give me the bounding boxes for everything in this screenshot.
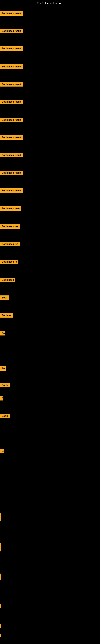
bottleneck-badge-23: Bottle (0, 414, 10, 419)
bottleneck-badge-14: Bottleneck re (0, 260, 18, 265)
badge-label-25: Bo (0, 449, 4, 453)
badge-label-5: Bottleneck result (0, 100, 23, 104)
bottleneck-badge-9: Bottleneck result (0, 171, 23, 176)
badge-label-4: Bottleneck result (0, 82, 23, 86)
badge-label-18: Bo (0, 331, 5, 336)
bottleneck-badge-15: Bottleneck (0, 278, 15, 283)
badge-label-13: Bottleneck res (0, 242, 20, 246)
badge-label-0: Bottleneck result (0, 11, 23, 16)
badge-label-14: Bottleneck re (0, 260, 18, 264)
bottleneck-badge-3: Bottleneck result (0, 64, 23, 70)
bottleneck-badge-7: Bottleneck result (0, 135, 23, 140)
bottleneck-badge-22: B (0, 396, 3, 401)
bottleneck-badge-20: Bot (0, 366, 6, 372)
bottleneck-badge-4: Bottleneck result (0, 82, 23, 87)
bottleneck-badge-12: Bottleneck res (0, 224, 20, 230)
bottleneck-badge-21: Bottle (0, 383, 10, 388)
bottleneck-badge-18: Bo (0, 331, 5, 336)
badge-label-7: Bottleneck result (0, 135, 23, 140)
badge-label-10: Bottleneck result (0, 188, 23, 193)
badge-label-1: Bottleneck result (0, 29, 23, 33)
vertical-bar-5 (0, 634, 1, 637)
site-title: TheBottlenecker.com (0, 0, 100, 6)
badge-label-9: Bottleneck result (0, 171, 23, 175)
badge-label-16: Bottl (0, 296, 9, 300)
bottleneck-badge-2: Bottleneck result (0, 46, 23, 52)
bottleneck-badge-8: Bottleneck result (0, 153, 23, 158)
bottleneck-badge-11: Bottleneck resu (0, 206, 21, 212)
vertical-bar-2 (0, 574, 1, 580)
badge-label-20: Bot (0, 366, 6, 371)
badge-label-23: Bottle (0, 414, 10, 418)
badge-label-11: Bottleneck resu (0, 206, 21, 211)
bottleneck-badge-25: Bo (0, 449, 4, 454)
badge-label-3: Bottleneck result (0, 64, 23, 69)
badge-label-21: Bottle (0, 383, 10, 388)
badge-label-12: Bottleneck res (0, 224, 20, 228)
vertical-bar-1 (0, 544, 1, 552)
badge-label-8: Bottleneck result (0, 153, 23, 158)
badge-label-15: Bottleneck (0, 278, 15, 282)
bottleneck-badge-13: Bottleneck res (0, 242, 20, 247)
bottleneck-badge-16: Bottl (0, 296, 9, 301)
bottleneck-badge-1: Bottleneck result (0, 29, 23, 34)
vertical-bar-3 (0, 604, 1, 608)
bottleneck-badge-10: Bottleneck result (0, 188, 23, 194)
badge-label-17: Bottlene (0, 313, 13, 318)
badge-label-2: Bottleneck result (0, 46, 23, 51)
bottleneck-badge-6: Bottleneck result (0, 118, 23, 123)
vertical-bar-0 (0, 513, 1, 521)
badge-label-22: B (0, 396, 3, 400)
bottleneck-badge-5: Bottleneck result (0, 100, 23, 105)
badge-label-6: Bottleneck result (0, 118, 23, 122)
bottleneck-badge-0: Bottleneck result (0, 11, 23, 16)
bottleneck-badge-17: Bottlene (0, 313, 13, 318)
vertical-bar-4 (0, 624, 1, 628)
